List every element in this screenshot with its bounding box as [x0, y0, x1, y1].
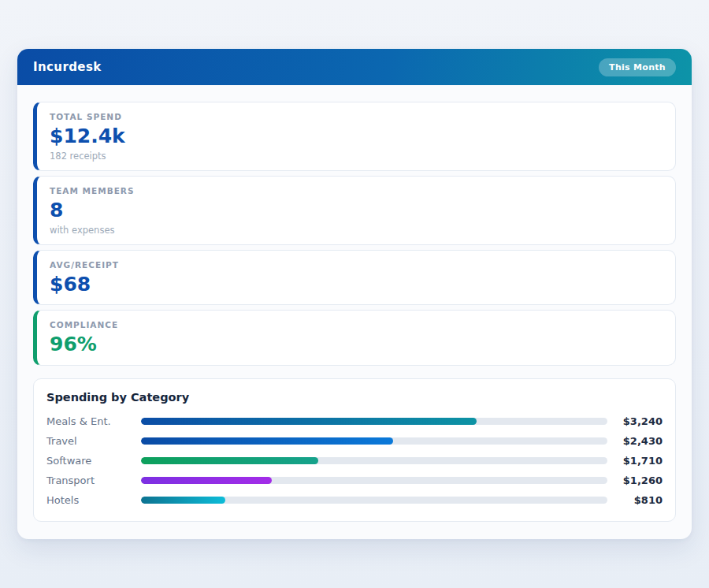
- app-header: Incurdesk This Month: [17, 49, 692, 85]
- stat-value: $68: [50, 274, 663, 296]
- stat-label: TOTAL SPEND: [50, 112, 663, 121]
- category-row-transport: Transport$1,260: [46, 471, 663, 490]
- chart-title: Spending by Category: [46, 391, 663, 404]
- stat-label: AVG/RECEIPT: [50, 260, 663, 270]
- category-value: $810: [607, 494, 663, 506]
- stat-card-avg-receipt: AVG/RECEIPT$68: [33, 250, 676, 306]
- category-label: Travel: [46, 435, 141, 447]
- category-value: $3,240: [607, 415, 663, 427]
- bar-fill: [141, 497, 225, 504]
- stat-card-total-spend: TOTAL SPEND$12.4k182 receipts: [33, 102, 676, 171]
- stats-list: TOTAL SPEND$12.4k182 receiptsTEAM MEMBER…: [33, 102, 676, 366]
- stat-subtext: with expenses: [50, 225, 663, 236]
- category-value: $1,710: [607, 455, 663, 467]
- bar-track: [141, 418, 607, 425]
- bar-track: [141, 437, 607, 445]
- app-title: Incurdesk: [33, 60, 102, 74]
- dashboard-content: TOTAL SPEND$12.4k182 receiptsTEAM MEMBER…: [17, 85, 692, 539]
- stat-subtext: 182 receipts: [50, 151, 663, 162]
- stat-value: $12.4k: [50, 125, 663, 148]
- bar-fill: [141, 418, 477, 425]
- chart-rows: Meals & Ent.$3,240Travel$2,430Software$1…: [46, 411, 663, 510]
- category-label: Hotels: [46, 494, 141, 506]
- bar-track: [141, 497, 607, 504]
- category-label: Software: [46, 455, 141, 467]
- bar-track: [141, 477, 607, 484]
- bar-fill: [141, 477, 272, 484]
- stat-label: COMPLIANCE: [50, 320, 663, 329]
- category-value: $1,260: [607, 474, 663, 486]
- stat-card-compliance: COMPLIANCE96%: [33, 310, 676, 366]
- period-badge[interactable]: This Month: [599, 58, 676, 76]
- stat-value: 96%: [50, 333, 663, 356]
- bar-track: [141, 457, 607, 464]
- bar-fill: [141, 437, 393, 445]
- category-label: Transport: [46, 474, 141, 486]
- stat-value: 8: [50, 199, 663, 222]
- category-row-hotels: Hotels$810: [46, 490, 663, 510]
- stat-label: TEAM MEMBERS: [50, 186, 663, 195]
- category-value: $2,430: [607, 435, 663, 447]
- category-row-meals-ent-: Meals & Ent.$3,240: [46, 411, 663, 431]
- bar-fill: [141, 457, 318, 464]
- stat-card-team-members: TEAM MEMBERS8with expenses: [33, 176, 676, 245]
- category-row-software: Software$1,710: [46, 451, 663, 471]
- dashboard-panel: Incurdesk This Month TOTAL SPEND$12.4k18…: [17, 49, 692, 539]
- category-label: Meals & Ent.: [46, 415, 141, 427]
- spending-by-category-card: Spending by Category Meals & Ent.$3,240T…: [33, 378, 676, 522]
- category-row-travel: Travel$2,430: [46, 431, 663, 451]
